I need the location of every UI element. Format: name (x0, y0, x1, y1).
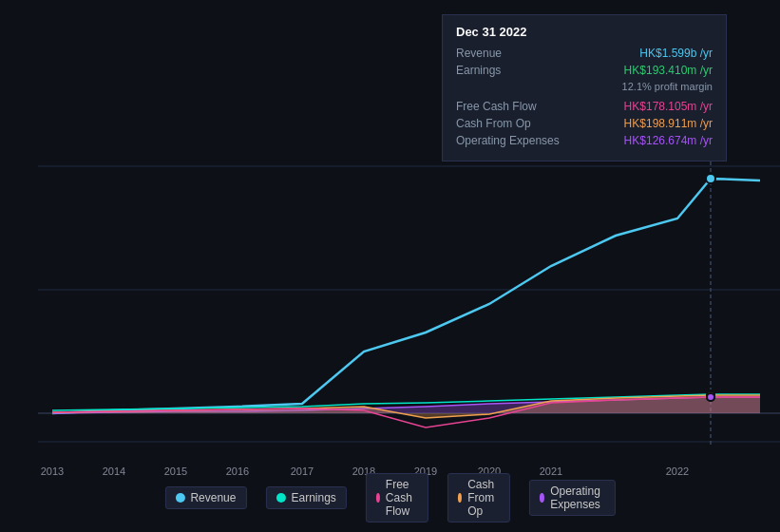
tooltip-box: Dec 31 2022 Revenue HK$1.599b /yr Earnin… (442, 14, 727, 162)
tooltip-fcf-label: Free Cash Flow (456, 100, 537, 113)
tooltip-margin-row: 12.1% profit margin (456, 81, 713, 96)
tooltip-cashop-label: Cash From Op (456, 117, 531, 130)
legend-revenue[interactable]: Revenue (164, 486, 246, 509)
legend-cashop[interactable]: Cash From Op (447, 473, 510, 522)
tooltip-fcf-value: HK$178.105m /yr (624, 100, 713, 113)
tooltip-cashop-row: Cash From Op HK$198.911m /yr (456, 117, 713, 130)
legend-dot-earnings (276, 493, 285, 503)
legend-fcf[interactable]: Free Cash Flow (366, 473, 428, 522)
tooltip-opex-label: Operating Expenses (456, 134, 560, 147)
tooltip-date: Dec 31 2022 (456, 25, 713, 39)
tooltip-earnings-row: Earnings HK$193.410m /yr (456, 64, 713, 77)
svg-text:2022: 2022 (666, 466, 689, 477)
tooltip-margin-value: 12.1% profit margin (622, 81, 713, 92)
tooltip-earnings-label: Earnings (456, 64, 501, 77)
legend-dot-opex (540, 493, 544, 503)
tooltip-opex-row: Operating Expenses HK$126.674m /yr (456, 134, 713, 147)
legend-dot-cashop (458, 493, 462, 503)
tooltip-revenue-label: Revenue (456, 47, 502, 60)
legend-opex[interactable]: Operating Expenses (529, 480, 616, 516)
tooltip-revenue-row: Revenue HK$1.599b /yr (456, 47, 713, 60)
tooltip-cashop-value: HK$198.911m /yr (624, 117, 713, 130)
tooltip-revenue-value: HK$1.599b /yr (639, 47, 713, 60)
legend-label-cashop: Cash From Op (467, 478, 500, 518)
legend-label-fcf: Free Cash Flow (386, 478, 418, 518)
tooltip-opex-value: HK$126.674m /yr (624, 134, 713, 147)
tooltip-earnings-value: HK$193.410m /yr (624, 64, 713, 77)
legend-label-opex: Operating Expenses (550, 484, 604, 511)
svg-text:2013: 2013 (41, 466, 64, 477)
legend: Revenue Earnings Free Cash Flow Cash Fro… (164, 473, 615, 522)
chart-container: Dec 31 2022 Revenue HK$1.599b /yr Earnin… (0, 0, 780, 532)
svg-point-12 (707, 393, 714, 401)
legend-label-earnings: Earnings (291, 491, 335, 504)
svg-point-8 (706, 174, 715, 183)
legend-earnings[interactable]: Earnings (265, 486, 346, 509)
svg-text:2014: 2014 (103, 466, 125, 477)
legend-dot-revenue (175, 493, 184, 503)
tooltip-fcf-row: Free Cash Flow HK$178.105m /yr (456, 100, 713, 113)
legend-dot-fcf (376, 493, 380, 503)
legend-label-revenue: Revenue (190, 491, 236, 504)
